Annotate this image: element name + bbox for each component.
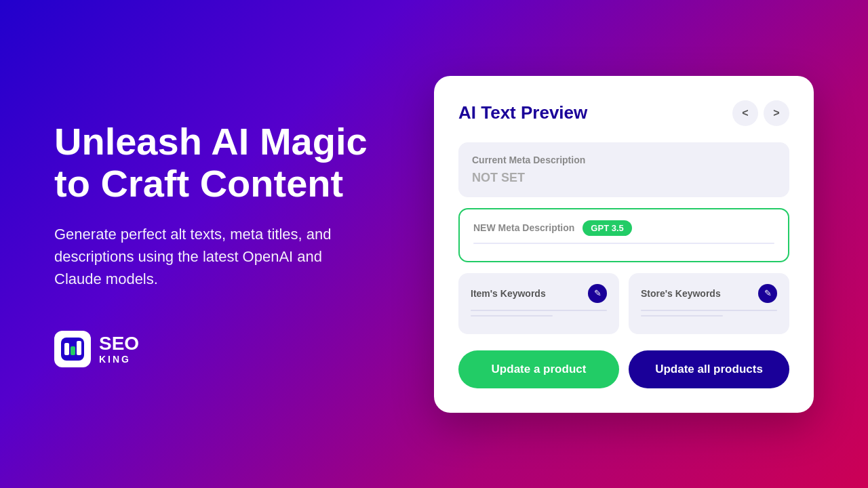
nav-prev-button[interactable]: < [732,100,758,126]
logo-svg [61,338,84,361]
store-keywords-box: Store's Keywords ✎ [629,273,789,334]
brand-king-label: KING [99,354,139,364]
item-keywords-label: Item's Keywords [471,288,546,299]
card-title: AI Text Preview [458,102,587,123]
nav-buttons: < > [732,100,789,126]
brand-logo: SEO KING [54,331,393,367]
keyword-line-2 [471,315,553,317]
store-keyword-line-1 [641,310,777,311]
left-panel: Unleash AI Magic to Craft Content Genera… [54,121,393,367]
svg-rect-3 [77,341,81,355]
headline: Unleash AI Magic to Craft Content [54,121,393,204]
store-keywords-label: Store's Keywords [641,288,721,299]
item-keywords-box: Item's Keywords ✎ [458,273,619,334]
preview-card: AI Text Preview < > Current Meta Descrip… [434,76,814,413]
keyword-line-1 [471,310,607,311]
gpt-badge: GPT 3.5 [583,220,631,236]
current-meta-box: Current Meta Description NOT SET [458,142,789,197]
logo-icon [54,331,91,367]
svg-rect-2 [71,346,75,355]
new-meta-divider [473,243,774,244]
nav-next-button[interactable]: > [764,100,789,126]
card-header: AI Text Preview < > [458,100,789,126]
brand-seo-label: SEO [99,334,139,353]
update-product-button[interactable]: Update a product [458,350,619,388]
store-keywords-edit-icon[interactable]: ✎ [758,284,777,303]
store-keyword-line-2 [641,315,723,317]
new-meta-header: NEW Meta Description GPT 3.5 [473,220,774,236]
current-meta-label: Current Meta Description [472,155,776,165]
svg-rect-1 [64,343,69,355]
brand-text: SEO KING [99,334,139,364]
new-meta-box[interactable]: NEW Meta Description GPT 3.5 [458,208,789,262]
store-keywords-header: Store's Keywords ✎ [641,284,777,303]
subtext: Generate perfect alt texts, meta titles,… [54,223,339,290]
new-meta-label: NEW Meta Description [473,222,574,233]
action-buttons: Update a product Update all products [458,350,789,388]
update-all-button[interactable]: Update all products [629,350,789,388]
right-panel: AI Text Preview < > Current Meta Descrip… [434,76,814,413]
item-keywords-edit-icon[interactable]: ✎ [588,284,607,303]
item-keywords-header: Item's Keywords ✎ [471,284,607,303]
current-meta-value: NOT SET [472,171,776,185]
keywords-row: Item's Keywords ✎ Store's Keywords ✎ [458,273,789,334]
